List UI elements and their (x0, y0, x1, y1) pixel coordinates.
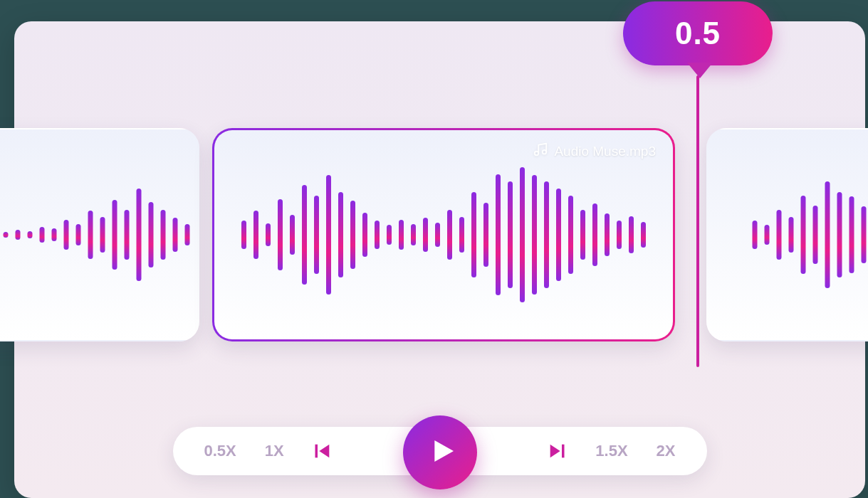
wave-bar (459, 217, 464, 253)
wave-bar (556, 189, 561, 281)
audio-clip-main[interactable]: Audio Muse.mp3 (212, 128, 675, 341)
wave-bar (326, 175, 331, 295)
next-button[interactable] (547, 441, 567, 461)
wave-bar (605, 213, 610, 256)
music-note-icon (533, 142, 548, 161)
speed-value: 0.5 (675, 16, 721, 51)
wave-bar (789, 217, 794, 253)
wave-bar (253, 211, 258, 259)
wave-bar (568, 196, 573, 274)
wave-bar (278, 199, 283, 270)
wave-bar (241, 221, 246, 249)
wave-bar (113, 200, 117, 270)
wave-bar (629, 216, 634, 253)
wave-bar (314, 196, 319, 274)
wave-bar (266, 223, 271, 246)
wave-bar (76, 224, 81, 245)
svg-point-1 (543, 150, 547, 154)
wave-bar (350, 201, 355, 269)
waveform (241, 167, 646, 302)
clip-label: Audio Muse.mp3 (533, 142, 656, 161)
wave-bar (411, 224, 416, 245)
wave-bar (483, 203, 488, 267)
wave-bar (423, 218, 428, 252)
audio-clip-next[interactable] (706, 128, 868, 341)
wave-bar (765, 225, 770, 245)
wave-bar (777, 210, 782, 260)
wave-bar (173, 218, 178, 252)
svg-point-0 (535, 152, 539, 156)
wave-bar (362, 213, 367, 257)
speed-option-1x[interactable]: 1X (265, 442, 284, 460)
wave-bar (801, 196, 806, 274)
clip-filename: Audio Muse.mp3 (554, 144, 656, 159)
track-row: Audio Muse.mp3 (14, 128, 865, 341)
wave-bar (399, 220, 404, 250)
audio-editor-panel: 0.5 Audio Muse.mp3 (14, 21, 865, 498)
wave-bar (28, 231, 33, 238)
wave-bar (544, 181, 549, 288)
speed-group-right: 1.5X 2X (547, 441, 675, 461)
wave-bar (825, 181, 830, 288)
wave-bar (813, 206, 818, 264)
wave-bar (435, 223, 440, 247)
wave-bar (641, 222, 646, 248)
waveform (753, 181, 869, 288)
play-button[interactable] (403, 415, 477, 489)
wave-bar (137, 189, 142, 281)
play-icon (423, 435, 457, 470)
wave-bar (338, 192, 343, 277)
wave-bar (849, 196, 854, 273)
wave-bar (40, 227, 45, 243)
wave-bar (508, 181, 513, 288)
speed-tooltip: 0.5 (623, 1, 773, 65)
wave-bar (302, 185, 307, 285)
speed-group-left: 0.5X 1X (204, 441, 333, 461)
wave-bar (375, 221, 380, 249)
speed-option-0-5x[interactable]: 0.5X (204, 442, 236, 460)
wave-bar (4, 232, 9, 238)
wave-bar (447, 210, 452, 260)
wave-bar (617, 221, 622, 249)
wave-bar (580, 210, 585, 260)
svg-rect-3 (562, 445, 565, 458)
prev-button[interactable] (313, 441, 333, 461)
speed-option-2x[interactable]: 2X (657, 442, 676, 460)
wave-bar (290, 215, 295, 255)
wave-bar (16, 230, 21, 240)
wave-bar (125, 210, 130, 260)
playhead[interactable] (696, 75, 699, 367)
wave-bar (471, 192, 476, 277)
wave-bar (88, 211, 93, 259)
wave-bar (161, 210, 166, 260)
svg-rect-2 (315, 445, 318, 458)
wave-bar (149, 202, 154, 267)
wave-bar (185, 224, 190, 245)
audio-clip-prev[interactable] (0, 128, 199, 341)
wave-bar (532, 175, 537, 295)
wave-bar (837, 192, 842, 277)
wave-bar (100, 217, 105, 253)
wave-bar (520, 167, 525, 302)
wave-bar (387, 225, 392, 245)
wave-bar (64, 220, 69, 250)
speed-option-1-5x[interactable]: 1.5X (595, 442, 627, 460)
wave-bar (496, 174, 501, 295)
wave-bar (592, 203, 597, 266)
wave-bar (753, 221, 758, 249)
wave-bar (52, 228, 57, 241)
wave-bar (862, 206, 867, 263)
waveform (0, 189, 190, 281)
